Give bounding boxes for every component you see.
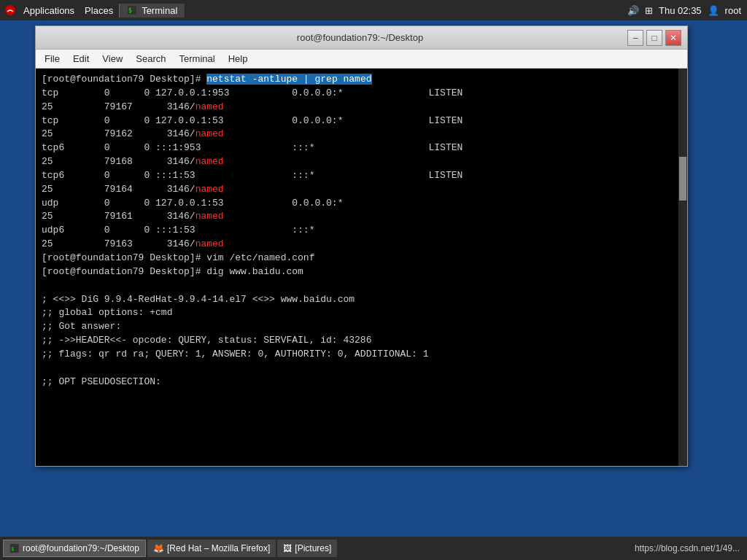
taskbar-firefox-item[interactable]: 🦊 [Red Hat – Mozilla Firefox] bbox=[147, 540, 276, 557]
named-red-1: named bbox=[196, 101, 224, 112]
window-title: root@foundation79:~/Desktop bbox=[93, 32, 627, 43]
terminal-bottom-icon: $ bbox=[9, 543, 20, 553]
taskbar-pictures-label: [Pictures] bbox=[295, 543, 331, 553]
terminal-content: [root@foundation79 Desktop]# netstat -an… bbox=[36, 69, 687, 466]
volume-icon: 🔊 bbox=[627, 5, 639, 16]
pictures-icon: 🖼 bbox=[283, 543, 292, 553]
named-red-5: named bbox=[196, 211, 224, 222]
scrollbar-thumb[interactable] bbox=[679, 157, 686, 201]
dig-output: ; <<>> DiG 9.9.4-RedHat-9.9.4-14.el7 <<>… bbox=[42, 294, 429, 387]
terminal-icon: $ bbox=[127, 5, 137, 15]
url-text: https://blog.csdn.net/1/49... bbox=[635, 543, 740, 553]
scrollbar[interactable] bbox=[678, 69, 687, 466]
places-menu[interactable]: Places bbox=[80, 5, 117, 16]
taskbar-pictures-item[interactable]: 🖼 [Pictures] bbox=[277, 540, 337, 557]
firefox-icon: 🦊 bbox=[153, 543, 164, 553]
menu-search[interactable]: Search bbox=[130, 52, 171, 66]
menu-help[interactable]: Help bbox=[222, 52, 254, 66]
network-icon: ⊞ bbox=[645, 5, 653, 16]
taskbar-top: Applications Places $ Terminal 🔊 ⊞ Thu 0… bbox=[0, 0, 747, 20]
menu-edit[interactable]: Edit bbox=[67, 52, 95, 66]
taskbar-bottom: $ root@foundation79:~/Desktop 🦊 [Red Hat… bbox=[0, 537, 747, 560]
window-controls: – □ ✕ bbox=[627, 30, 681, 46]
user-icon: 👤 bbox=[708, 5, 719, 16]
named-red-4: named bbox=[196, 184, 224, 195]
terminal-titlebar: root@foundation79:~/Desktop – □ ✕ bbox=[36, 26, 687, 50]
taskbar-system-tray: 🔊 ⊞ Thu 02:35 👤 root bbox=[627, 5, 747, 16]
applications-menu[interactable]: Applications bbox=[19, 5, 79, 16]
terminal-output: [root@foundation79 Desktop]# netstat -an… bbox=[42, 73, 681, 389]
close-button[interactable]: ✕ bbox=[665, 30, 681, 46]
terminal-taskbar-tab[interactable]: $ Terminal bbox=[119, 4, 185, 18]
taskbar-terminal-label: root@foundation79:~/Desktop bbox=[23, 543, 139, 553]
taskbar-url-display: https://blog.csdn.net/1/49... bbox=[635, 543, 744, 553]
username: root bbox=[725, 5, 741, 16]
taskbar-firefox-label: [Red Hat – Mozilla Firefox] bbox=[167, 543, 270, 553]
taskbar-top-left: Applications Places $ Terminal bbox=[0, 3, 185, 18]
named-red-2: named bbox=[196, 128, 224, 139]
maximize-button[interactable]: □ bbox=[646, 30, 662, 46]
prompt-line: [root@foundation79 Desktop]# netstat -an… bbox=[42, 74, 372, 85]
taskbar-terminal-item[interactable]: $ root@foundation79:~/Desktop bbox=[3, 540, 146, 557]
menu-view[interactable]: View bbox=[96, 52, 128, 66]
named-red-6: named bbox=[196, 238, 224, 249]
menu-terminal[interactable]: Terminal bbox=[174, 52, 221, 66]
minimize-button[interactable]: – bbox=[627, 30, 643, 46]
menu-file[interactable]: File bbox=[39, 52, 66, 66]
prompt-vim: [root@foundation79 Desktop]# vim /etc/na… bbox=[42, 252, 314, 263]
named-red-3: named bbox=[196, 156, 224, 167]
terminal-menubar: File Edit View Search Terminal Help bbox=[36, 50, 687, 69]
clock: Thu 02:35 bbox=[659, 5, 702, 16]
terminal-window: root@foundation79:~/Desktop – □ ✕ File E… bbox=[35, 26, 688, 467]
svg-text:$: $ bbox=[11, 546, 14, 552]
command-highlight: netstat -antlupe | grep named bbox=[206, 74, 371, 85]
terminal-tab-label: Terminal bbox=[142, 5, 177, 16]
redhat-icon bbox=[3, 3, 18, 18]
svg-text:$: $ bbox=[128, 7, 132, 14]
prompt-dig: [root@foundation79 Desktop]# dig www.bai… bbox=[42, 266, 303, 277]
